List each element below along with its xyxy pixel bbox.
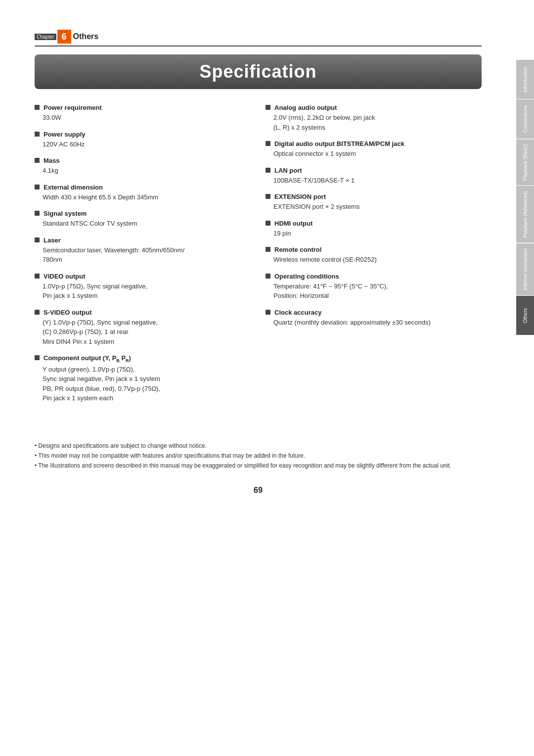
spec-label-text: External dimension	[44, 184, 103, 191]
spec-value: 19 pin	[266, 229, 482, 238]
spec-value: 33.0W	[35, 113, 251, 123]
spec-bullet-icon	[266, 105, 270, 110]
spec-value: Semiconductor laser, Wavelength: 405nm/6…	[35, 245, 251, 265]
spec-bullet-icon	[35, 105, 40, 110]
spec-label-text: EXTENSION port	[274, 193, 326, 200]
spec-label: Mass	[35, 157, 251, 164]
spec-label: Power supply	[35, 131, 251, 138]
spec-bullet-icon	[35, 274, 40, 279]
spec-value: 100BASE-TX/10BASE-T × 1	[266, 176, 482, 186]
spec-bullet-icon	[266, 247, 270, 252]
spec-value: EXTENSION port × 2 systems	[266, 202, 482, 212]
spec-bullet-icon	[266, 221, 270, 226]
spec-item-left-6: VIDEO output1.0Vp-p (75Ω), Sync signal n…	[35, 273, 251, 301]
spec-label-text: LAN port	[274, 167, 302, 174]
sidebar-tab-others[interactable]: Others	[516, 295, 534, 335]
spec-label: Laser	[35, 236, 251, 244]
spec-label: Component output (Y, PB PR)	[35, 354, 251, 363]
spec-item-right-1: Digital audio output BITSTREAM/PCM jackO…	[266, 140, 482, 159]
spec-col-left: Power requirement33.0WPower supply120V A…	[35, 104, 251, 411]
spec-label: Operating conditions	[266, 273, 482, 280]
spec-bullet-icon	[35, 211, 40, 216]
spec-bullet-icon	[266, 168, 270, 173]
spec-value: 4.1kg	[35, 166, 251, 176]
spec-label: Signal system	[35, 210, 251, 217]
spec-value: Optical connector x 1 system	[266, 149, 482, 159]
spec-item-left-0: Power requirement33.0W	[35, 104, 251, 123]
footer-note-1: This model may not be compatible with fe…	[35, 451, 482, 461]
spec-bullet-icon	[35, 185, 40, 189]
spec-label-text: Signal system	[44, 210, 87, 217]
spec-item-right-5: Remote controlWireless remote control (S…	[266, 246, 482, 265]
spec-item-right-3: EXTENSION portEXTENSION port × 2 systems	[266, 193, 482, 212]
page-title-container: Specification	[35, 54, 482, 89]
spec-label-text: Analog audio output	[274, 104, 337, 111]
main-content: Chapter 6 Others Specification Power req…	[0, 0, 511, 524]
spec-bullet-icon	[266, 274, 270, 279]
footer-note-0: Designs and specifications are subject t…	[35, 441, 482, 451]
spec-value: 2.0V (rms), 2.2kΩ or below, pin jack(L, …	[266, 113, 482, 132]
spec-bullet-icon	[35, 158, 40, 163]
spec-bullet-icon	[35, 237, 40, 242]
chapter-prefix: Chapter	[35, 34, 56, 40]
spec-bullet-icon	[35, 132, 40, 137]
sidebar-tab-playback-advanced[interactable]: Playback (Advanced)	[516, 186, 534, 243]
spec-item-right-2: LAN port100BASE-TX/10BASE-T × 1	[266, 167, 482, 186]
spec-item-left-5: LaserSemiconductor laser, Wavelength: 40…	[35, 236, 251, 265]
footer-note-2: The Illustrations and screens described …	[35, 461, 482, 471]
chapter-number: 6	[57, 30, 71, 44]
page-title: Specification	[44, 61, 472, 82]
spec-bullet-icon	[266, 194, 270, 199]
spec-value: (Y) 1.0Vp-p (75Ω), Sync signal negative,…	[35, 318, 251, 347]
spec-label: Digital audio output BITSTREAM/PCM jack	[266, 140, 482, 147]
spec-item-left-4: Signal systemStandard NTSC Color TV syst…	[35, 210, 251, 229]
spec-label-text: Mass	[44, 157, 60, 164]
spec-label: S-VIDEO output	[35, 309, 251, 316]
spec-label: VIDEO output	[35, 273, 251, 280]
spec-label-text: Digital audio output BITSTREAM/PCM jack	[274, 140, 404, 147]
chapter-header: Chapter 6 Others	[35, 30, 482, 47]
spec-label: External dimension	[35, 184, 251, 191]
spec-item-left-1: Power supply120V AC 60Hz	[35, 131, 251, 149]
spec-bullet-icon	[266, 141, 270, 146]
spec-item-left-2: Mass4.1kg	[35, 157, 251, 176]
spec-col-right: Analog audio output2.0V (rms), 2.2kΩ or …	[266, 104, 482, 411]
spec-label: LAN port	[266, 167, 482, 174]
spec-label-text: HDMI output	[274, 220, 312, 227]
spec-item-left-8: Component output (Y, PB PR)Y output (gre…	[35, 354, 251, 403]
spec-label-text: Power supply	[44, 131, 86, 138]
page-number: 69	[35, 486, 482, 495]
spec-item-right-4: HDMI output19 pin	[266, 220, 482, 238]
sidebar-tab-playback-basic[interactable]: Playback (Basic)	[516, 139, 534, 186]
spec-value: Quartz (monthly deviation: approximately…	[266, 318, 482, 328]
spec-label: Analog audio output	[266, 104, 482, 111]
sidebar-tabs: Introduction Connections Playback (Basic…	[516, 59, 534, 335]
spec-label: Clock accuracy	[266, 309, 482, 316]
spec-label-text: Remote control	[274, 246, 321, 253]
spec-label-text: Operating conditions	[274, 273, 339, 280]
spec-value: 120V AC 60Hz	[35, 140, 251, 149]
footer-notes: Designs and specifications are subject t…	[35, 441, 482, 471]
spec-bullet-icon	[35, 310, 40, 315]
sidebar-tab-internet[interactable]: Internet connection	[516, 243, 534, 295]
spec-value: 1.0Vp-p (75Ω), Sync signal negative,Pin …	[35, 282, 251, 301]
spec-item-left-7: S-VIDEO output(Y) 1.0Vp-p (75Ω), Sync si…	[35, 309, 251, 347]
spec-label-text: Laser	[44, 236, 61, 244]
spec-columns: Power requirement33.0WPower supply120V A…	[35, 104, 482, 411]
spec-value: Wireless remote control (SE-R0252)	[266, 255, 482, 265]
spec-label-text: Power requirement	[44, 104, 102, 111]
spec-label-text: Clock accuracy	[274, 309, 321, 316]
spec-item-right-7: Clock accuracyQuartz (monthly deviation:…	[266, 309, 482, 328]
chapter-title: Others	[73, 32, 99, 41]
spec-bullet-icon	[35, 355, 40, 360]
spec-bullet-icon	[266, 310, 270, 315]
spec-value: Width 430 x Height 65.5 x Depth 345mm	[35, 192, 251, 202]
spec-label-text: S-VIDEO output	[44, 309, 92, 316]
spec-label: EXTENSION port	[266, 193, 482, 200]
spec-label: HDMI output	[266, 220, 482, 227]
sidebar-tab-connections[interactable]: Connections	[516, 99, 534, 139]
spec-value: Y output (green), 1.0Vp-p (75Ω),Sync sig…	[35, 365, 251, 403]
spec-item-left-3: External dimensionWidth 430 x Height 65.…	[35, 184, 251, 202]
spec-label-text: VIDEO output	[44, 273, 86, 280]
sidebar-tab-introduction[interactable]: Introduction	[516, 59, 534, 99]
